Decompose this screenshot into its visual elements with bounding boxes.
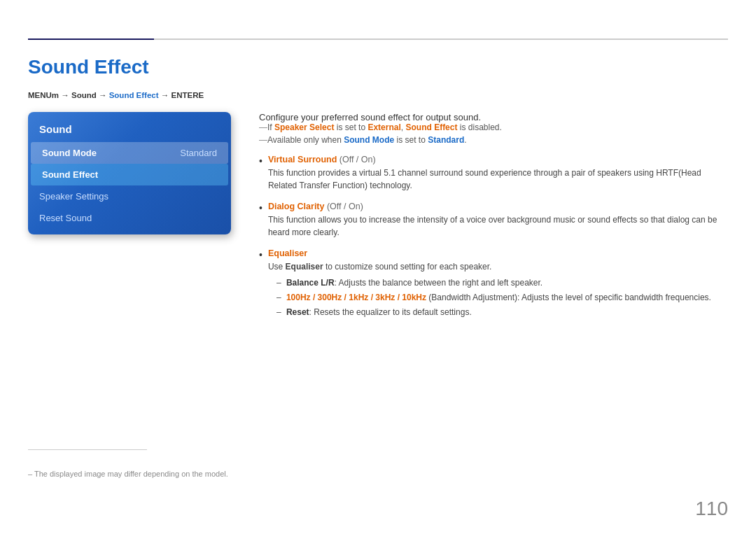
menu-item-label: Speaker Settings (39, 191, 108, 202)
menu-item-value: Standard (180, 148, 217, 158)
bullet-desc: This function provides a virtual 5.1 cha… (268, 167, 728, 192)
menu-item-speaker-settings[interactable]: Speaker Settings (28, 185, 231, 207)
breadcrumb: MENUm → Sound → Sound Effect → ENTERE (28, 91, 728, 99)
menu-item-sound-effect[interactable]: Sound Effect (31, 164, 228, 185)
top-border (28, 38, 728, 40)
intro-text: Configure your preferred sound effect fo… (259, 112, 728, 122)
page-number: 110 (695, 498, 728, 520)
page-content: Sound Effect MENUm → Sound → Sound Effec… (28, 49, 728, 506)
menu-item-sound-mode[interactable]: Sound Mode Standard (31, 142, 228, 164)
menu-box: Sound Sound Mode Standard Sound Effect S… (28, 112, 231, 234)
sub-bullet-list: Balance L/R: Adjusts the balance between… (268, 276, 728, 318)
bullet-title-equaliser: Equaliser (268, 248, 728, 258)
note-sound-mode: Available only when Sound Mode is set to… (259, 135, 728, 145)
left-panel: Sound Sound Mode Standard Sound Effect S… (28, 112, 231, 234)
note-speaker-select: If Speaker Select is set to External, So… (259, 122, 728, 132)
bullet-virtual-surround: • Virtual Surround (Off / On) This funct… (259, 155, 728, 192)
bullet-desc: This function allows you to increase the… (268, 213, 728, 239)
bullet-content: Virtual Surround (Off / On) This functio… (268, 155, 728, 192)
menu-title: Sound (28, 120, 231, 142)
bullet-title: Dialog Clarity (Off / On) (268, 202, 728, 211)
menu-item-label: Sound Effect (42, 169, 98, 180)
bullet-section: • Virtual Surround (Off / On) This funct… (259, 155, 728, 321)
bullet-title: Virtual Surround (Off / On) (268, 155, 728, 164)
bullet-equaliser: • Equaliser Use Equaliser to customize s… (259, 248, 728, 321)
bullet-content: Equaliser Use Equaliser to customize sou… (268, 248, 728, 321)
bullet-content: Dialog Clarity (Off / On) This function … (268, 202, 728, 239)
bullet-dot: • (259, 249, 262, 260)
menu-item-label: Reset Sound (39, 213, 92, 223)
main-layout: Sound Sound Mode Standard Sound Effect S… (28, 112, 728, 330)
footer-note: The displayed image may differ depending… (28, 470, 228, 478)
bullet-dot: • (259, 202, 262, 213)
right-panel: Configure your preferred sound effect fo… (259, 112, 728, 330)
menu-item-label: Sound Mode (42, 148, 97, 158)
bullet-dialog-clarity: • Dialog Clarity (Off / On) This functio… (259, 202, 728, 239)
sub-item-bandwidth: 100Hz / 300Hz / 1kHz / 3kHz / 10kHz (Ban… (276, 291, 728, 304)
page-title: Sound Effect (28, 56, 728, 78)
bullet-dot: • (259, 155, 262, 167)
divider (28, 449, 147, 450)
sub-item-balance: Balance L/R: Adjusts the balance between… (276, 276, 728, 289)
equaliser-intro: Use Equaliser to customize sound setting… (268, 260, 728, 273)
menu-item-reset-sound[interactable]: Reset Sound (28, 207, 231, 229)
sub-item-reset: Reset: Resets the equalizer to its defau… (276, 306, 728, 318)
